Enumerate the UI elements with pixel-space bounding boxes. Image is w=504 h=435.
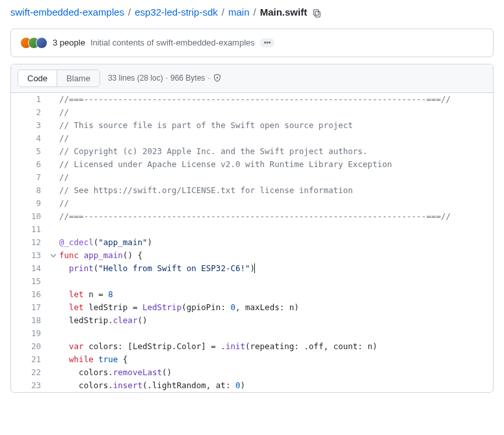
code-tab[interactable]: Code [18,70,57,86]
code-line[interactable]: 6// Licensed under Apache License v2.0 w… [11,158,493,171]
line-number[interactable]: 12 [11,236,47,249]
code-line[interactable]: 10//===---------------------------------… [11,210,493,223]
fold-gutter [47,197,59,210]
code-line[interactable]: 23 colors.insert(.lightRandom, at: 0) [11,379,493,392]
code-text[interactable]: // [59,171,493,184]
code-text[interactable]: // [59,197,493,210]
code-text[interactable]: @_cdecl("app_main") [59,236,493,249]
line-number[interactable]: 7 [11,171,47,184]
line-number[interactable]: 1 [11,93,47,106]
code-line[interactable]: 12@_cdecl("app_main") [11,236,493,249]
code-text[interactable]: var colors: [LedStrip.Color] = .init(rep… [59,340,493,353]
code-line[interactable]: 20 var colors: [LedStrip.Color] = .init(… [11,340,493,353]
contributors-count[interactable]: 3 people [53,38,85,47]
line-number[interactable]: 15 [11,275,47,288]
breadcrumb-current-file: Main.swift [260,7,308,18]
line-number[interactable]: 18 [11,314,47,327]
code-text[interactable] [59,223,493,236]
fold-gutter [47,301,59,314]
code-line[interactable]: 19 [11,327,493,340]
file-view: Code Blame 33 lines (28 loc) · 966 Bytes… [10,64,494,393]
code-text[interactable]: // [59,106,493,119]
code-text[interactable]: colors.insert(.lightRandom, at: 0) [59,379,493,392]
line-number[interactable]: 9 [11,197,47,210]
line-number[interactable]: 20 [11,340,47,353]
breadcrumb-link-repo[interactable]: swift-embedded-examples [10,7,124,18]
avatar [36,37,47,49]
line-number[interactable]: 17 [11,301,47,314]
code-line[interactable]: 5// Copyright (c) 2023 Apple Inc. and th… [11,145,493,158]
contributor-avatars[interactable] [20,37,47,49]
code-line[interactable]: 18 ledStrip.clear() [11,314,493,327]
line-number[interactable]: 5 [11,145,47,158]
line-number[interactable]: 10 [11,210,47,223]
code-text[interactable]: ledStrip.clear() [59,314,493,327]
commit-more-icon[interactable]: ••• [260,38,275,47]
code-line[interactable]: 7// [11,171,493,184]
meta-dot: · [207,73,209,83]
breadcrumb-separator: / [222,7,224,18]
code-line[interactable]: 2// [11,106,493,119]
code-line[interactable]: 16 let n = 8 [11,288,493,301]
line-number[interactable]: 3 [11,119,47,132]
code-text[interactable]: colors.removeLast() [59,366,493,379]
text-cursor [254,263,255,273]
code-text[interactable]: // Licensed under Apache License v2.0 wi… [59,158,493,171]
security-shield-icon[interactable] [213,73,222,83]
fold-gutter [47,314,59,327]
code-line[interactable]: 11 [11,223,493,236]
breadcrumb: swift-embedded-examples / esp32-led-stri… [0,0,504,22]
code-line[interactable]: 8// See https://swift.org/LICENSE.txt fo… [11,184,493,197]
breadcrumb-link-folder[interactable]: esp32-led-strip-sdk [135,7,218,18]
code-line[interactable]: 15 [11,275,493,288]
fold-gutter [47,158,59,171]
code-text[interactable]: while true { [59,353,493,366]
code-line[interactable]: 4// [11,132,493,145]
file-size: 966 Bytes [170,73,205,83]
line-number[interactable]: 2 [11,106,47,119]
fold-chevron-icon[interactable] [47,249,59,262]
breadcrumb-link-subfolder[interactable]: main [228,7,250,18]
line-number[interactable]: 16 [11,288,47,301]
line-number[interactable]: 4 [11,132,47,145]
line-number[interactable]: 8 [11,184,47,197]
code-text[interactable]: let n = 8 [59,288,493,301]
code-text[interactable]: let ledStrip = LedStrip(gpioPin: 0, maxL… [59,301,493,314]
code-blame-toggle: Code Blame [18,70,100,87]
code-text[interactable] [59,327,493,340]
line-number[interactable]: 22 [11,366,47,379]
line-number[interactable]: 21 [11,353,47,366]
fold-gutter [47,171,59,184]
fold-gutter [47,93,59,106]
breadcrumb-separator: / [254,7,256,18]
line-number[interactable]: 6 [11,158,47,171]
line-number[interactable]: 13 [11,249,47,262]
code-text[interactable]: //===-----------------------------------… [59,210,493,223]
code-text[interactable]: // [59,132,493,145]
line-number[interactable]: 14 [11,262,47,275]
line-number[interactable]: 19 [11,327,47,340]
code-line[interactable]: 1//===----------------------------------… [11,93,493,106]
fold-gutter [47,119,59,132]
code-text[interactable]: print("Hello from Swift on ESP32-C6!") [59,262,493,275]
code-text[interactable]: // See https://swift.org/LICENSE.txt for… [59,184,493,197]
code-line[interactable]: 21 while true { [11,353,493,366]
copy-path-icon[interactable] [312,7,322,18]
code-line[interactable]: 13func app_main() { [11,249,493,262]
code-text[interactable] [59,275,493,288]
line-number[interactable]: 11 [11,223,47,236]
code-text[interactable]: // This source file is part of the Swift… [59,119,493,132]
line-number[interactable]: 23 [11,379,47,392]
commit-message[interactable]: Initial contents of swift-embedded-examp… [90,38,255,47]
code-text[interactable]: // Copyright (c) 2023 Apple Inc. and the… [59,145,493,158]
code-line[interactable]: 9// [11,197,493,210]
code-line[interactable]: 17 let ledStrip = LedStrip(gpioPin: 0, m… [11,301,493,314]
code-line[interactable]: 22 colors.removeLast() [11,366,493,379]
blame-tab[interactable]: Blame [57,70,99,86]
code-text[interactable]: func app_main() { [59,249,493,262]
code-text[interactable]: //===-----------------------------------… [59,93,493,106]
latest-commit-box[interactable]: 3 people Initial contents of swift-embed… [10,29,494,57]
code-content[interactable]: 1//===----------------------------------… [11,93,493,392]
code-line[interactable]: 3// This source file is part of the Swif… [11,119,493,132]
code-line[interactable]: 14 print("Hello from Swift on ESP32-C6!"… [11,262,493,275]
